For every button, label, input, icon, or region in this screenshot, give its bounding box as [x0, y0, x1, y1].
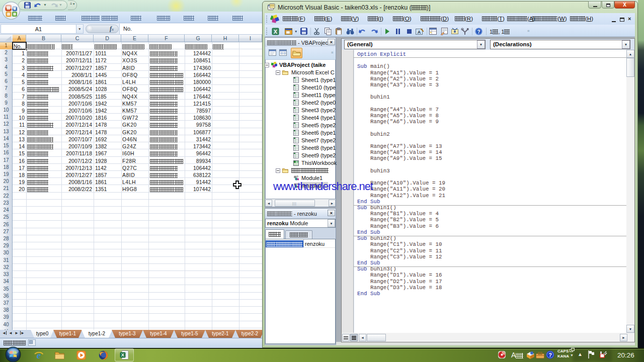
svg-text:X: X [274, 29, 278, 35]
svg-text:?: ? [548, 352, 552, 358]
svg-text:?: ? [477, 29, 480, 35]
svg-text:A: A [418, 30, 421, 35]
svg-text:X: X [121, 352, 125, 357]
svg-text:e: e [37, 350, 41, 360]
